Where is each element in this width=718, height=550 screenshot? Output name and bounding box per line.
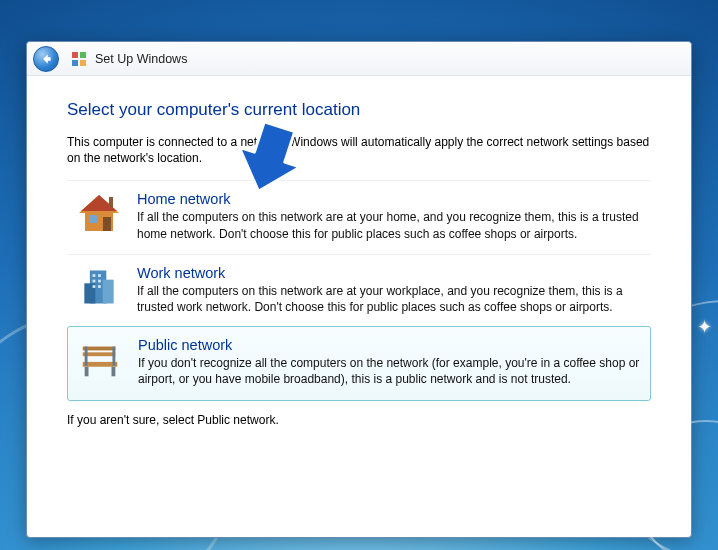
svg-rect-23 [85, 347, 88, 366]
svg-rect-21 [85, 367, 89, 377]
svg-rect-14 [93, 279, 96, 282]
option-desc: If all the computers on this network are… [137, 283, 643, 315]
option-public-network[interactable]: Public network If you don't recognize al… [67, 326, 651, 400]
svg-rect-2 [72, 60, 78, 66]
svg-rect-12 [93, 274, 96, 277]
svg-rect-20 [83, 362, 118, 367]
content-area: Select your computer's current location … [27, 76, 691, 537]
option-home-network[interactable]: Home network If all the computers on thi… [67, 180, 651, 253]
setup-window: Set Up Windows Select your computer's cu… [26, 41, 692, 538]
svg-rect-22 [112, 367, 116, 377]
svg-rect-17 [98, 285, 101, 288]
option-desc: If you don't recognize all the computers… [138, 355, 642, 387]
intro-text: This computer is connected to a network.… [67, 134, 651, 166]
desktop-background: ✦ Set Up Windows Select your computer's … [0, 0, 718, 550]
option-desc: If all the computers on this network are… [137, 209, 643, 241]
window-title: Set Up Windows [95, 52, 187, 66]
svg-rect-0 [72, 52, 78, 58]
house-icon [75, 191, 123, 239]
back-arrow-icon [39, 52, 53, 66]
svg-rect-13 [98, 274, 101, 277]
svg-rect-18 [83, 347, 116, 351]
option-title: Public network [138, 337, 642, 353]
svg-rect-11 [103, 279, 114, 303]
footer-note: If you aren't sure, select Public networ… [67, 413, 651, 427]
svg-rect-15 [98, 279, 101, 282]
svg-rect-24 [112, 347, 115, 366]
bench-icon [76, 337, 124, 385]
svg-rect-7 [103, 217, 111, 231]
option-title: Home network [137, 191, 643, 207]
svg-rect-6 [89, 215, 97, 223]
back-button[interactable] [33, 46, 59, 72]
svg-rect-8 [109, 197, 113, 207]
svg-rect-19 [83, 352, 116, 356]
svg-rect-16 [93, 285, 96, 288]
sparkle-decoration: ✦ [697, 316, 712, 338]
building-icon [75, 265, 123, 313]
page-heading: Select your computer's current location [67, 100, 651, 120]
app-icon [71, 51, 87, 67]
titlebar: Set Up Windows [27, 42, 691, 76]
svg-rect-1 [80, 52, 86, 58]
option-work-network[interactable]: Work network If all the computers on thi… [67, 254, 651, 327]
option-title: Work network [137, 265, 643, 281]
svg-rect-3 [80, 60, 86, 66]
